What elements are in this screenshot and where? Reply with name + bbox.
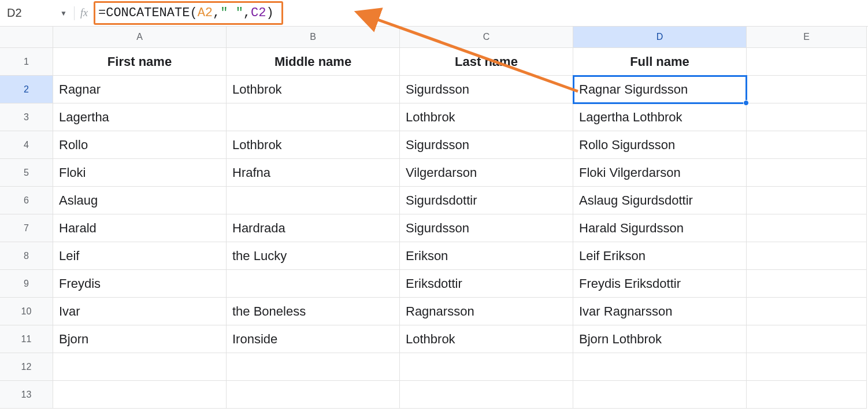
column-header[interactable]: D (573, 27, 747, 48)
cell[interactable]: Hardrada (227, 214, 400, 242)
select-all-corner[interactable] (0, 27, 53, 48)
cell[interactable]: Sigurdsson (400, 214, 573, 242)
cell[interactable]: Rollo (53, 131, 227, 159)
cell[interactable] (573, 381, 747, 409)
selection-handle[interactable] (743, 100, 749, 106)
cell[interactable]: Freydis Eriksdottir (573, 270, 747, 298)
cell[interactable]: Freydis (53, 270, 227, 298)
cell[interactable]: Harald Sigurdsson (573, 214, 747, 242)
cell[interactable] (747, 131, 867, 159)
tok-c1: , (213, 6, 220, 20)
row-header[interactable]: 1 (0, 48, 53, 76)
row-header[interactable]: 13 (0, 381, 53, 409)
tok-ref-c: C2 (251, 6, 266, 20)
row-header[interactable]: 2 (0, 76, 53, 103)
cell[interactable]: Floki (53, 159, 227, 187)
cell[interactable]: Lothbrok (400, 325, 573, 353)
tok-str: " " (220, 6, 243, 20)
cell[interactable]: Ironside (227, 325, 400, 353)
cell[interactable]: Vilgerdarson (400, 159, 573, 187)
cell[interactable] (227, 187, 400, 214)
row-header[interactable]: 8 (0, 242, 53, 270)
divider (74, 6, 75, 20)
cell[interactable]: Floki Vilgerdarson (573, 159, 747, 187)
row-header[interactable]: 6 (0, 187, 53, 214)
cell[interactable]: Sigurdsson (400, 76, 573, 103)
column-header[interactable]: A (53, 27, 227, 48)
cell[interactable] (53, 381, 227, 409)
row-header[interactable]: 7 (0, 214, 53, 242)
cell[interactable] (747, 76, 867, 103)
row-header[interactable]: 3 (0, 103, 53, 131)
cell[interactable]: Lothbrok (400, 103, 573, 131)
cell[interactable]: Rollo Sigurdsson (573, 131, 747, 159)
column-header[interactable]: B (227, 27, 400, 48)
cell[interactable] (227, 270, 400, 298)
chevron-down-icon[interactable]: ▼ (54, 9, 73, 17)
cell[interactable] (747, 214, 867, 242)
header-cell[interactable]: Middle name (227, 48, 400, 76)
cell[interactable] (747, 270, 867, 298)
rows-container: 1First nameMiddle nameLast nameFull name… (0, 48, 868, 409)
row-header[interactable]: 11 (0, 325, 53, 353)
cell[interactable] (747, 103, 867, 131)
formula-input[interactable]: =CONCATENATE(A2," ",C2) (95, 5, 280, 21)
cell[interactable]: Lagertha (53, 103, 227, 131)
cell[interactable] (227, 353, 400, 381)
cell[interactable] (747, 242, 867, 270)
cell[interactable]: Bjorn (53, 325, 227, 353)
cell[interactable] (747, 187, 867, 214)
fx-icon[interactable]: fx (80, 7, 88, 19)
header-cell[interactable]: Full name (573, 48, 747, 76)
cell[interactable] (747, 381, 867, 409)
cell[interactable]: Bjorn Lothbrok (573, 325, 747, 353)
row-header[interactable]: 5 (0, 159, 53, 187)
header-cell[interactable] (747, 48, 867, 76)
row-header[interactable]: 4 (0, 131, 53, 159)
cell[interactable] (747, 325, 867, 353)
cell[interactable]: Ragnar (53, 76, 227, 103)
cell[interactable]: Lothbrok (227, 131, 400, 159)
cell[interactable]: Eriksdottir (400, 270, 573, 298)
cell[interactable] (227, 103, 400, 131)
formula-bar: D2 ▼ fx =CONCATENATE(A2," ",C2) (0, 0, 868, 27)
column-header[interactable]: E (747, 27, 867, 48)
cell[interactable]: Leif Erikson (573, 242, 747, 270)
cell[interactable] (747, 159, 867, 187)
row-header[interactable]: 9 (0, 270, 53, 298)
header-cell[interactable]: Last name (400, 48, 573, 76)
cell[interactable]: the Lucky (227, 242, 400, 270)
cell[interactable] (573, 353, 747, 381)
row-header[interactable]: 10 (0, 298, 53, 325)
cell[interactable]: Leif (53, 242, 227, 270)
cell[interactable]: Ivar (53, 298, 227, 325)
cell[interactable]: Aslaug (53, 187, 227, 214)
cell[interactable]: Erikson (400, 242, 573, 270)
cell[interactable] (400, 353, 573, 381)
cell[interactable] (400, 381, 573, 409)
tok-rp: ) (266, 6, 273, 20)
name-box[interactable]: D2 ▼ (3, 6, 73, 20)
cell[interactable]: Lagertha Lothbrok (573, 103, 747, 131)
cell[interactable]: Aslaug Sigurdsdottir (573, 187, 747, 214)
cell[interactable]: Ragnarsson (400, 298, 573, 325)
row-header[interactable]: 12 (0, 353, 53, 381)
cell[interactable]: Harald (53, 214, 227, 242)
cell[interactable]: Sigurdsson (400, 131, 573, 159)
cell[interactable]: Ragnar Sigurdsson (573, 76, 747, 103)
cell[interactable] (227, 381, 400, 409)
column-header[interactable]: C (400, 27, 573, 48)
formula-text: =CONCATENATE(A2," ",C2) (98, 6, 274, 20)
column-header-row: ABCDE (0, 27, 868, 48)
cell[interactable]: Sigurdsdottir (400, 187, 573, 214)
tok-c2: , (243, 6, 251, 20)
cell[interactable]: Lothbrok (227, 76, 400, 103)
cell[interactable]: Hrafna (227, 159, 400, 187)
tok-ref-a: A2 (198, 6, 213, 20)
cell[interactable]: Ivar Ragnarsson (573, 298, 747, 325)
cell[interactable] (747, 353, 867, 381)
cell[interactable]: the Boneless (227, 298, 400, 325)
cell[interactable] (747, 298, 867, 325)
header-cell[interactable]: First name (53, 48, 227, 76)
cell[interactable] (53, 353, 227, 381)
